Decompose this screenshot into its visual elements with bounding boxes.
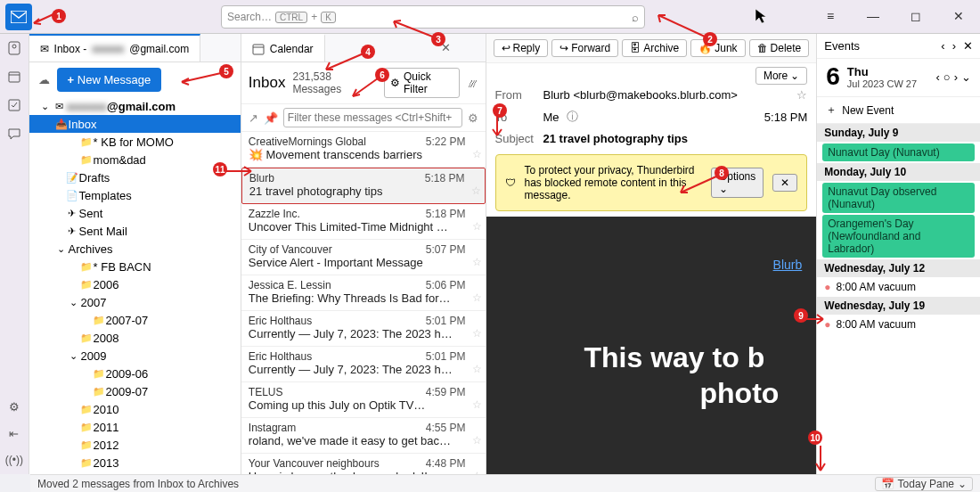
calendar-tab[interactable]: Calendar [241, 34, 325, 62]
star-icon[interactable]: ☆ [472, 256, 482, 268]
get-messages-icon[interactable]: ☁ [38, 73, 50, 86]
message-list-panel: Calendar ✕ Inbox 231,538 Messages ⚙ Quic… [241, 34, 486, 474]
search-icon[interactable]: ⌕ [632, 11, 639, 24]
forward-button[interactable]: ↪ Forward [551, 39, 618, 57]
folder-2009[interactable]: ⌄2009 [29, 347, 241, 365]
message-row[interactable]: Jessica E. LessinThe Briefing: Why Threa… [241, 275, 486, 311]
folder-2013[interactable]: 📁2013 [29, 454, 241, 472]
delete-button[interactable]: 🗑 Delete [749, 39, 810, 57]
message-row[interactable]: Instagramroland, we've made it easy to g… [241, 418, 486, 454]
minimize-button[interactable]: — [855, 4, 891, 29]
privacy-close-button[interactable]: ✕ [772, 174, 797, 192]
folder-2012[interactable]: 📁2012 [29, 436, 241, 454]
event-day-header: Wednesday, July 12 [817, 259, 980, 277]
new-event-button[interactable]: ＋ New Event [817, 97, 980, 124]
folder-mom-dad[interactable]: 📁mom&dad [29, 151, 241, 168]
junk-button[interactable]: 🔥 Junk [690, 39, 745, 57]
message-row[interactable]: Your Vancouver neighboursHope is home - … [241, 454, 486, 474]
pickup-icon[interactable]: ↗ [249, 111, 258, 125]
folder-2007-07[interactable]: 📁2007-07 [29, 311, 241, 329]
more-button[interactable]: More ⌄ [755, 67, 807, 85]
star-icon[interactable]: ☆ [472, 220, 482, 233]
global-search[interactable]: Search… CTRL + K ⌕ [221, 5, 645, 29]
date-today-icon[interactable]: ○ [943, 70, 951, 84]
pin-icon[interactable]: 📌 [264, 111, 278, 125]
search-placeholder: Search… [227, 11, 272, 23]
kbd-k: K [321, 12, 336, 23]
quick-filter-button[interactable]: ⚙ Quick Filter [384, 68, 460, 98]
star-icon[interactable]: ☆ [796, 88, 807, 102]
message-row[interactable]: Eric HolthausCurrently — July 7, 2023: T… [241, 311, 486, 347]
archive-button[interactable]: 🗄 Archive [622, 39, 687, 57]
star-icon[interactable]: ☆ [472, 148, 482, 160]
event-item[interactable]: Orangemen's Day (Newfoundland and Labrad… [822, 215, 975, 258]
sync-icon[interactable]: ((•)) [5, 451, 23, 469]
account-row[interactable]: ⌄ ✉ xxxxxxx @gmail.com [29, 97, 241, 115]
message-list[interactable]: CreativeMornings Global💥 Movement transc… [241, 132, 486, 474]
reply-button[interactable]: ↩ Reply [494, 39, 549, 57]
folder--fb-bacn[interactable]: 📁* FB BACN [29, 258, 241, 275]
new-message-button[interactable]: + New Message [57, 68, 162, 92]
folder-tree[interactable]: ⌄ ✉ xxxxxxx @gmail.com 📥Inbox📁* KB for M… [29, 97, 241, 474]
folder-archives[interactable]: ⌄Archives [29, 240, 241, 258]
hamburger-icon[interactable]: ≡ [813, 4, 848, 29]
star-icon[interactable]: ☆ [472, 327, 482, 340]
chevron-down-icon: ⌄ [38, 101, 53, 112]
events-next-icon[interactable]: › [952, 39, 956, 53]
star-icon[interactable]: ☆ [472, 434, 482, 447]
calendar-icon[interactable] [5, 68, 23, 86]
inbox-tab[interactable]: ✉ Inbox - xxxxxx @gmail.com [29, 34, 201, 62]
folder-drafts[interactable]: 📝Drafts [29, 168, 241, 186]
folder--kb-for-momo[interactable]: 📁* KB for MOMO [29, 133, 241, 151]
today-pane-button[interactable]: 📅 Today Pane ⌄ [875, 477, 973, 491]
display-options-icon[interactable]: ⫻ [467, 77, 478, 90]
close-button[interactable]: ✕ [941, 4, 976, 29]
date-next-icon[interactable]: › [954, 70, 958, 84]
tasks-icon[interactable] [5, 96, 23, 114]
message-row[interactable]: Zazzle Inc.Uncover This Limited-Time Mid… [241, 204, 486, 240]
event-item[interactable]: ● 8:00 AM vacuum [817, 277, 980, 297]
events-prev-icon[interactable]: ‹ [941, 39, 944, 53]
collapse-icon[interactable]: ⇤ [5, 424, 23, 442]
folder-templates[interactable]: 📄Templates [29, 186, 241, 204]
star-icon[interactable]: ☆ [472, 398, 482, 411]
message-row[interactable]: Eric HolthausCurrently — July 7, 2023: T… [241, 347, 486, 382]
message-row[interactable]: City of VancouverService Alert - Importa… [241, 240, 486, 275]
star-icon[interactable]: ☆ [471, 184, 481, 197]
contact-icon[interactable]: ⓘ [567, 109, 578, 125]
chat-icon[interactable] [5, 125, 23, 143]
svg-rect-3 [9, 72, 20, 82]
blurb-link[interactable]: Blurb [773, 258, 803, 272]
body-heading-1: This way to b [584, 341, 765, 374]
folder-2009-07[interactable]: 📁2009-07 [29, 382, 241, 400]
events-close-icon[interactable]: ✕ [963, 39, 973, 53]
folder-inbox[interactable]: 📥Inbox [29, 115, 241, 133]
filter-input[interactable] [283, 108, 462, 127]
event-item[interactable]: Nunavut Day observed (Nunavut) [822, 183, 975, 213]
star-icon[interactable]: ☆ [472, 291, 482, 304]
folder-2006[interactable]: 📁2006 [29, 275, 241, 293]
folder-2007[interactable]: ⌄2007 [29, 293, 241, 311]
svg-rect-0 [11, 11, 27, 23]
folder-sent-mail[interactable]: ✈Sent Mail [29, 222, 241, 240]
message-row[interactable]: CreativeMornings Global💥 Movement transc… [241, 132, 486, 168]
message-row[interactable]: TELUSComing up this July on Optik TV…4:5… [241, 382, 486, 418]
date-expand-icon[interactable]: ⌄ [961, 70, 971, 84]
event-day-header: Wednesday, July 19 [817, 297, 980, 315]
filter-settings-icon[interactable]: ⚙ [468, 111, 478, 125]
folder-2008[interactable]: 📁2008 [29, 329, 241, 347]
folder-2011[interactable]: 📁2011 [29, 418, 241, 436]
folder-sent[interactable]: ✈Sent [29, 204, 241, 222]
folder-2009-06[interactable]: 📁2009-06 [29, 365, 241, 382]
star-icon[interactable]: ☆ [472, 363, 482, 375]
app-mail-icon[interactable] [5, 4, 32, 30]
settings-icon[interactable]: ⚙ [5, 398, 23, 415]
event-item[interactable]: ● 8:00 AM vacuum [817, 315, 980, 334]
folder-2010[interactable]: 📁2010 [29, 400, 241, 418]
maximize-button[interactable]: ◻ [898, 4, 934, 29]
date-prev-icon[interactable]: ‹ [935, 70, 939, 84]
message-row[interactable]: Blurb21 travel photography tips5:18 PM☆ [241, 168, 486, 204]
msg-time: 5:18 PM [764, 111, 807, 124]
addressbook-icon[interactable] [5, 39, 23, 57]
event-item[interactable]: Nunavut Day (Nunavut) [822, 144, 975, 161]
